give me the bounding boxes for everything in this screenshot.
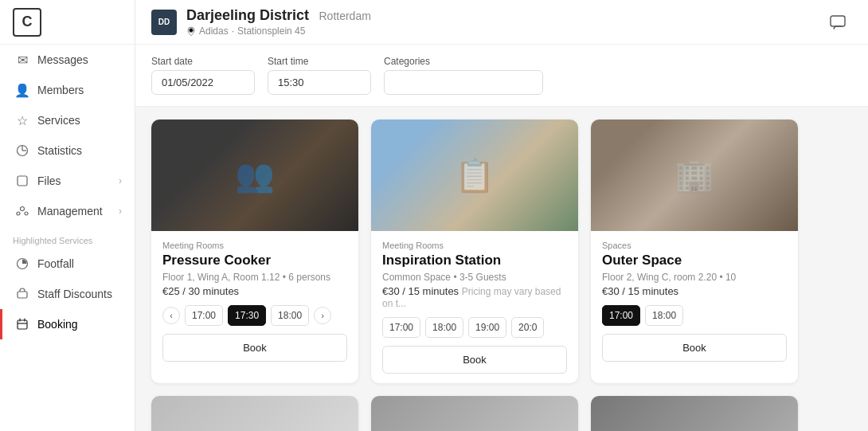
sidebar-item-files[interactable]: Files › <box>0 166 135 196</box>
card-body-pressure-cooker: Meeting Rooms Pressure Cooker Floor 1, W… <box>151 231 358 371</box>
time-slots-pressure-cooker: ‹ 17:00 17:30 18:00 › <box>162 305 347 326</box>
card-image-outer-space <box>591 120 798 231</box>
start-date-label: Start date <box>151 56 255 67</box>
header-brand-logo: DD <box>151 10 177 35</box>
management-chevron-icon: › <box>119 206 122 217</box>
card-body-outer-space: Spaces Outer Space Floor 2, Wing C, room… <box>591 231 798 371</box>
time-slot[interactable]: 17:00 <box>382 317 420 338</box>
management-icon <box>15 204 29 218</box>
time-slot-active[interactable]: 17:30 <box>228 305 266 326</box>
sidebar-item-management[interactable]: Management › <box>0 196 135 226</box>
svg-point-2 <box>21 207 25 211</box>
highlighted-services-label: Highlighted Services <box>0 226 135 249</box>
book-button-inspiration-station[interactable]: Book <box>382 346 567 374</box>
messages-icon: ✉ <box>15 53 29 67</box>
services-icon: ☆ <box>15 113 29 127</box>
card-price: €30 / 15 minutes Pricing may vary based … <box>382 285 567 309</box>
sidebar: C ✉ Messages 👤 Members ☆ Services Statis… <box>0 0 135 431</box>
service-card-pressure-cooker: Meeting Rooms Pressure Cooker Floor 1, W… <box>151 120 358 383</box>
footfall-icon <box>15 257 29 271</box>
members-icon: 👤 <box>15 83 29 97</box>
card-location: Common Space • 3-5 Guests <box>382 272 567 283</box>
svg-point-8 <box>190 29 194 33</box>
start-date-input[interactable] <box>151 70 255 95</box>
sidebar-item-footfall[interactable]: Footfall <box>0 249 135 279</box>
slot-next-arrow[interactable]: › <box>314 307 331 324</box>
card-location: Floor 1, Wing A, Room 1.12 • 6 persons <box>162 272 347 283</box>
slot-prev-arrow[interactable]: ‹ <box>162 307 180 324</box>
chat-button[interactable] <box>823 8 852 37</box>
service-card-placeholder-3 <box>591 396 798 431</box>
time-slot[interactable]: 17:00 <box>185 305 223 326</box>
time-slots-inspiration-station: 17:00 18:00 19:00 20:0 <box>382 317 567 338</box>
cards-row-1: Meeting Rooms Pressure Cooker Floor 1, W… <box>151 120 852 383</box>
card-image-inspiration-station <box>371 120 578 231</box>
sidebar-item-label: Files <box>37 174 61 187</box>
svg-rect-7 <box>18 320 27 329</box>
time-slot[interactable]: 20:0 <box>511 317 544 338</box>
filter-bar: Start date Start time Categories <box>135 45 868 107</box>
sidebar-item-staff-discounts[interactable]: Staff Discounts <box>0 279 135 309</box>
files-chevron-icon: › <box>119 175 122 186</box>
card-price: €25 / 30 minutes <box>162 285 347 297</box>
sidebar-item-label: Messages <box>37 53 88 66</box>
card-image-placeholder <box>371 396 578 431</box>
time-slot[interactable]: 18:00 <box>425 317 463 338</box>
card-body-inspiration-station: Meeting Rooms Inspiration Station Common… <box>371 231 578 383</box>
sidebar-item-label: Booking <box>37 318 78 331</box>
cards-row-2 <box>151 396 852 431</box>
start-time-label: Start time <box>268 56 371 67</box>
sidebar-item-label: Statistics <box>37 144 82 157</box>
svg-rect-9 <box>831 16 845 26</box>
sidebar-item-statistics[interactable]: Statistics <box>0 135 135 166</box>
card-category: Spaces <box>602 241 787 250</box>
service-card-placeholder-2 <box>371 396 578 431</box>
statistics-icon <box>15 143 29 158</box>
card-title: Inspiration Station <box>382 253 567 268</box>
book-button-outer-space[interactable]: Book <box>602 334 787 362</box>
venue-name: Darjeeling District <box>186 7 309 23</box>
header-title-group: Darjeeling District Rotterdam Adidas · S… <box>186 7 823 37</box>
categories-input[interactable] <box>384 70 543 95</box>
sidebar-item-services[interactable]: ☆ Services <box>0 105 135 135</box>
time-slot-active[interactable]: 17:00 <box>602 305 640 326</box>
book-button-pressure-cooker[interactable]: Book <box>162 334 347 362</box>
staff-discounts-icon <box>15 287 29 301</box>
header-subtitle: Adidas · Stationsplein 45 <box>186 25 823 37</box>
card-title: Pressure Cooker <box>162 253 347 268</box>
booking-icon <box>15 317 29 331</box>
svg-point-4 <box>25 212 28 215</box>
files-icon <box>15 174 29 188</box>
header-separator: · <box>232 25 234 37</box>
card-location: Floor 2, Wing C, room 2.20 • 10 <box>602 272 787 283</box>
card-price: €30 / 15 minutes <box>602 285 787 297</box>
time-slots-outer-space: 17:00 18:00 <box>602 305 787 326</box>
sidebar-item-label: Management <box>37 205 103 217</box>
svg-rect-1 <box>18 176 27 186</box>
service-card-outer-space: Spaces Outer Space Floor 2, Wing C, room… <box>591 120 798 383</box>
sidebar-item-members[interactable]: 👤 Members <box>0 75 135 105</box>
header: DD Darjeeling District Rotterdam Adidas … <box>135 0 868 45</box>
card-category: Meeting Rooms <box>382 241 567 250</box>
sidebar-item-label: Footfall <box>37 257 74 270</box>
sidebar-item-booking[interactable]: Booking <box>0 309 135 339</box>
start-date-group: Start date <box>151 56 255 95</box>
sidebar-item-label: Members <box>37 84 84 96</box>
time-slot[interactable]: 19:00 <box>468 317 506 338</box>
time-slot[interactable]: 18:00 <box>645 305 683 326</box>
venue-city: Rotterdam <box>319 10 371 22</box>
time-slot[interactable]: 18:00 <box>271 305 309 326</box>
chat-icon <box>829 14 846 31</box>
service-card-placeholder-1 <box>151 396 358 431</box>
card-image-placeholder <box>591 396 798 431</box>
categories-label: Categories <box>384 56 543 67</box>
venue-brand: Adidas <box>199 25 229 37</box>
card-title: Outer Space <box>602 253 787 268</box>
cards-area: Meeting Rooms Pressure Cooker Floor 1, W… <box>135 107 868 431</box>
categories-group: Categories <box>384 56 543 95</box>
app-logo: C <box>13 8 41 37</box>
sidebar-item-messages[interactable]: ✉ Messages <box>0 45 135 75</box>
venue-address: Stationsplein 45 <box>237 25 305 37</box>
location-icon <box>186 26 196 36</box>
start-time-input[interactable] <box>268 70 371 95</box>
